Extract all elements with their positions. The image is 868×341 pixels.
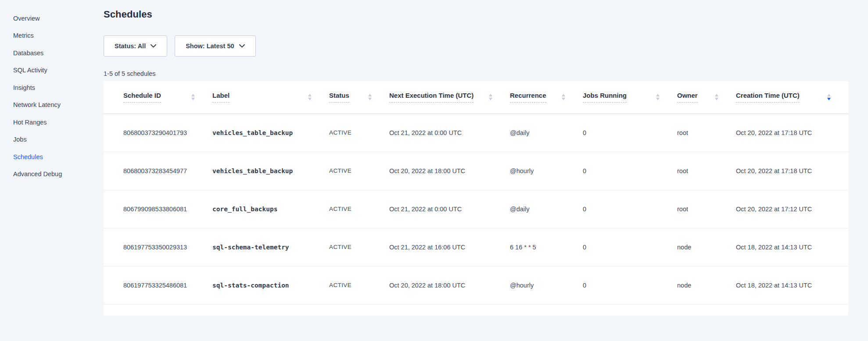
schedule-id-cell: 806197753325486081 bbox=[104, 266, 212, 304]
owner-cell: node bbox=[677, 228, 736, 266]
schedule-label-cell: core_full_backups bbox=[212, 190, 329, 228]
table-row[interactable]: 806800373283454977 vehicles_table_backup… bbox=[104, 152, 848, 190]
schedule-id-cell: 806197753350029313 bbox=[104, 228, 212, 266]
table-header-row: Schedule ID Label Status Next Execu bbox=[104, 81, 848, 114]
table-row[interactable]: 806800373290401793 vehicles_table_backup… bbox=[104, 114, 848, 152]
jobs-running-cell: 0 bbox=[583, 190, 677, 228]
sort-desc-icon bbox=[715, 98, 718, 100]
sort-arrows-icon bbox=[827, 94, 831, 100]
jobs-running-cell: 0 bbox=[583, 152, 677, 190]
schedule-label-cell: vehicles_table_backup bbox=[212, 152, 329, 190]
status-cell: ACTIVE bbox=[329, 190, 389, 228]
sidebar-item-list: Overview Metrics Databases SQL Activity … bbox=[13, 10, 104, 183]
sidebar-item-network-latency[interactable]: Network Latency bbox=[13, 96, 104, 114]
main-content: Schedules Status: All Show: Latest 50 1-… bbox=[104, 0, 868, 341]
recurrence-cell: 6 16 * * 5 bbox=[510, 228, 583, 266]
jobs-running-cell: 0 bbox=[583, 228, 677, 266]
sort-arrows-icon bbox=[656, 94, 660, 100]
chevron-down-icon bbox=[151, 44, 156, 48]
table-row[interactable]: 806197753350029313 sql-schema-telemetry … bbox=[104, 228, 848, 266]
creation-time-cell: Oct 20, 2022 at 17:18 UTC bbox=[736, 152, 848, 190]
creation-time-cell: Oct 18, 2022 at 14:13 UTC bbox=[736, 266, 848, 304]
schedule-label-cell: sql-schema-telemetry bbox=[212, 228, 329, 266]
schedule-label-cell: vehicles_table_backup bbox=[212, 114, 329, 152]
sidebar-item-advanced-debug[interactable]: Advanced Debug bbox=[13, 166, 104, 183]
schedules-table: Schedule ID Label Status Next Execu bbox=[104, 81, 848, 305]
filter-bar: Status: All Show: Latest 50 bbox=[104, 36, 868, 57]
owner-cell: node bbox=[677, 266, 736, 304]
column-header-creation-time-utc[interactable]: Creation Time (UTC) bbox=[736, 81, 848, 114]
status-filter-label: Status: All bbox=[115, 43, 146, 50]
status-filter-dropdown[interactable]: Status: All bbox=[104, 36, 167, 57]
sort-asc-icon bbox=[308, 94, 312, 96]
sidebar-nav: Overview Metrics Databases SQL Activity … bbox=[0, 0, 104, 341]
sort-arrows-icon bbox=[562, 94, 565, 100]
sort-arrows-icon bbox=[308, 94, 312, 100]
creation-time-cell: Oct 20, 2022 at 17:18 UTC bbox=[736, 114, 848, 152]
sort-arrows-icon bbox=[715, 94, 718, 100]
sort-desc-icon bbox=[562, 98, 565, 100]
sidebar-item-insights[interactable]: Insights bbox=[13, 79, 104, 96]
column-header-jobs-running[interactable]: Jobs Running bbox=[583, 81, 677, 114]
schedule-id-cell: 806800373283454977 bbox=[104, 152, 212, 190]
schedules-table-card: Schedule ID Label Status Next Execu bbox=[104, 81, 848, 316]
sort-asc-icon bbox=[656, 94, 660, 96]
sidebar-item-databases[interactable]: Databases bbox=[13, 44, 104, 62]
creation-time-cell: Oct 20, 2022 at 17:12 UTC bbox=[736, 190, 848, 228]
table-row[interactable]: 806197753325486081 sql-stats-compaction … bbox=[104, 266, 848, 304]
sort-desc-icon bbox=[656, 98, 660, 100]
status-cell: ACTIVE bbox=[329, 266, 389, 304]
owner-cell: root bbox=[677, 114, 736, 152]
recurrence-cell: @daily bbox=[510, 190, 583, 228]
sort-arrows-icon bbox=[489, 94, 492, 100]
column-header-next-execution-time-utc[interactable]: Next Execution Time (UTC) bbox=[389, 81, 510, 114]
sidebar-item-hot-ranges[interactable]: Hot Ranges bbox=[13, 114, 104, 131]
next-execution-cell: Oct 21, 2022 at 16:06 UTC bbox=[389, 228, 510, 266]
sort-desc-icon bbox=[308, 98, 312, 100]
sidebar-item-jobs[interactable]: Jobs bbox=[13, 131, 104, 149]
schedules-page: Overview Metrics Databases SQL Activity … bbox=[0, 0, 868, 341]
owner-cell: root bbox=[677, 190, 736, 228]
recurrence-cell: @daily bbox=[510, 114, 583, 152]
jobs-running-cell: 0 bbox=[583, 266, 677, 304]
sidebar-item-schedules[interactable]: Schedules bbox=[13, 148, 104, 166]
sort-desc-icon bbox=[489, 98, 492, 100]
sidebar-item-sql-activity[interactable]: SQL Activity bbox=[13, 62, 104, 79]
sort-arrows-icon bbox=[191, 94, 195, 100]
sort-asc-icon bbox=[715, 94, 718, 96]
column-header-owner[interactable]: Owner bbox=[677, 81, 736, 114]
owner-cell: root bbox=[677, 152, 736, 190]
creation-time-cell: Oct 18, 2022 at 14:13 UTC bbox=[736, 228, 848, 266]
schedule-id-cell: 806799098533806081 bbox=[104, 190, 212, 228]
sort-asc-icon bbox=[489, 94, 492, 96]
next-execution-cell: Oct 20, 2022 at 18:00 UTC bbox=[389, 152, 510, 190]
column-header-status[interactable]: Status bbox=[329, 81, 389, 114]
sort-desc-icon bbox=[368, 98, 372, 100]
sidebar-item-overview[interactable]: Overview bbox=[13, 10, 104, 27]
show-latest-dropdown[interactable]: Show: Latest 50 bbox=[175, 36, 255, 57]
results-count: 1-5 of 5 schedules bbox=[104, 70, 868, 77]
show-latest-label: Show: Latest 50 bbox=[186, 43, 234, 50]
sort-asc-icon bbox=[368, 94, 372, 96]
recurrence-cell: @hourly bbox=[510, 152, 583, 190]
sidebar-item-metrics[interactable]: Metrics bbox=[13, 27, 104, 45]
column-header-label[interactable]: Label bbox=[212, 81, 329, 114]
next-execution-cell: Oct 20, 2022 at 18:00 UTC bbox=[389, 266, 510, 304]
sort-asc-icon bbox=[562, 94, 565, 96]
next-execution-cell: Oct 21, 2022 at 0:00 UTC bbox=[389, 114, 510, 152]
jobs-running-cell: 0 bbox=[583, 114, 677, 152]
page-title: Schedules bbox=[104, 9, 868, 20]
recurrence-cell: @hourly bbox=[510, 266, 583, 304]
schedule-id-cell: 806800373290401793 bbox=[104, 114, 212, 152]
schedule-label-cell: sql-stats-compaction bbox=[212, 266, 329, 304]
sort-desc-icon bbox=[191, 98, 195, 100]
column-header-recurrence[interactable]: Recurrence bbox=[510, 81, 583, 114]
table-row[interactable]: 806799098533806081 core_full_backups ACT… bbox=[104, 190, 848, 228]
sort-desc-icon bbox=[827, 98, 831, 100]
table-body: 806800373290401793 vehicles_table_backup… bbox=[104, 114, 848, 304]
sort-asc-icon bbox=[827, 94, 831, 96]
sort-asc-icon bbox=[191, 94, 195, 96]
status-cell: ACTIVE bbox=[329, 114, 389, 152]
column-header-schedule-id[interactable]: Schedule ID bbox=[104, 81, 212, 114]
chevron-down-icon bbox=[239, 44, 245, 48]
